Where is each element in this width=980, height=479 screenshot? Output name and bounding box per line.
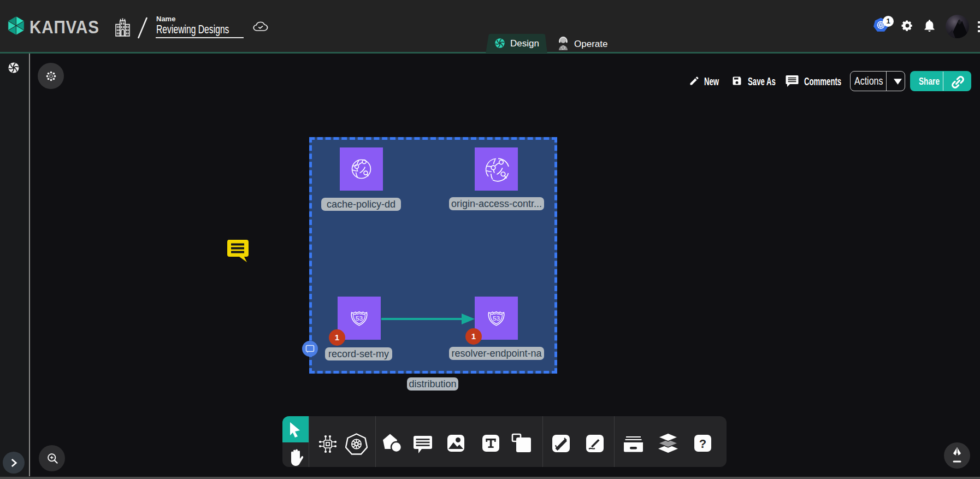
svg-text:53: 53 — [356, 315, 363, 322]
svg-text:?: ? — [699, 437, 706, 451]
svg-text:53: 53 — [493, 315, 500, 322]
